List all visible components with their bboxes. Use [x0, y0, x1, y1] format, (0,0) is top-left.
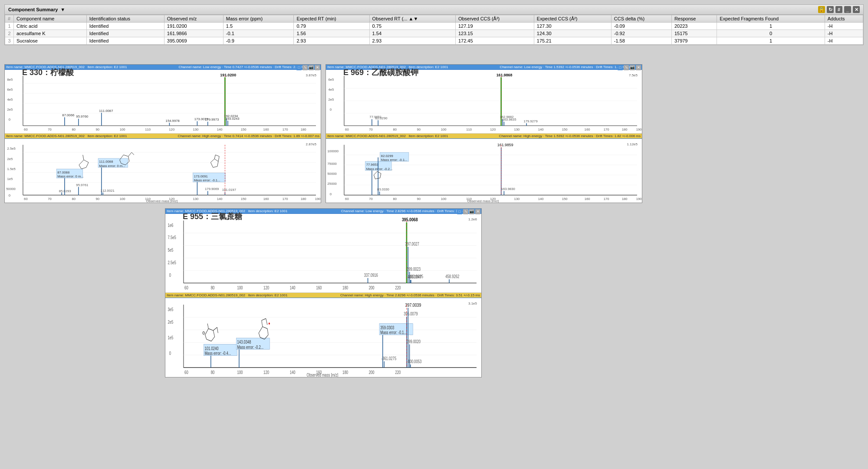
svg-text:1.5e5: 1.5e5: [7, 167, 16, 171]
svg-text:190: 190: [636, 197, 642, 201]
col-expected-rt[interactable]: Expected RT (min): [294, 15, 369, 23]
minimize-icon[interactable]: _: [844, 6, 851, 13]
svg-text:80: 80: [393, 197, 397, 201]
acesulfame-low-energy: Item name: MMCC.FOOD.ADDS-N01.280519_002…: [326, 65, 642, 134]
svg-line-259: [213, 331, 214, 337]
col-status[interactable]: Identification status: [86, 15, 164, 23]
svg-text:Mass error: -0.1...: Mass error: -0.1...: [194, 178, 220, 182]
col-mass-error[interactable]: Mass error (ppm): [223, 15, 294, 23]
close-icon[interactable]: ✕: [853, 6, 860, 13]
svg-text:70: 70: [369, 128, 373, 131]
acesulfame-high-energy: Item name: MMCC.FOOD.ADDS-N01.280519_002…: [326, 134, 642, 203]
svg-text:160: 160: [585, 128, 590, 131]
icon3[interactable]: 📷: [469, 209, 474, 214]
dropdown-arrow[interactable]: ▼: [60, 7, 65, 12]
svg-text:359.0303: 359.0303: [380, 325, 394, 330]
col-observed-rt[interactable]: Observed RT (... ▲▼: [369, 15, 455, 23]
icon4[interactable]: ✕: [315, 65, 320, 70]
row-adducts: -H: [825, 37, 863, 45]
svg-text:140: 140: [290, 285, 296, 290]
icon3[interactable]: 📷: [630, 65, 635, 70]
svg-text:180: 180: [342, 370, 348, 375]
row-ccs-delta: -0.09: [611, 23, 671, 30]
svg-text:50000: 50000: [6, 187, 16, 191]
citric-high-chart: 2.5e5 2e5 1.5e5 1e5 50000 0 60 70 80 90 …: [5, 142, 321, 203]
sucralose-low-chart: 1e6 7.5e5 5e5 2.5e5 0 60 80 100 120 140 …: [165, 217, 481, 292]
component-summary-header: Component Summary ▼ 🔒 ↻ # _ ✕: [5, 5, 863, 15]
icon1[interactable]: □: [296, 65, 302, 70]
col-fragments[interactable]: Expected Fragments Found: [717, 15, 825, 23]
settings-icon[interactable]: #: [835, 6, 842, 13]
icon2[interactable]: ⤡: [624, 65, 629, 70]
svg-text:60: 60: [24, 197, 28, 201]
icon3[interactable]: 📷: [309, 65, 314, 70]
svg-text:8e5: 8e5: [7, 78, 13, 82]
svg-text:100: 100: [120, 128, 125, 131]
icon4[interactable]: ✕: [475, 209, 480, 214]
svg-line-257: [205, 328, 209, 335]
icon1[interactable]: □: [618, 65, 623, 70]
icon2[interactable]: ⤡: [302, 65, 308, 70]
svg-text:-361.0275: -361.0275: [381, 356, 396, 361]
svg-text:200: 200: [369, 285, 375, 290]
row-mass-error: -0.1: [223, 30, 294, 37]
row-mz: 395.0069: [164, 37, 223, 45]
col-expected-ccs[interactable]: Expected CCS (Å²): [534, 15, 611, 23]
panel-title: Component Summary: [8, 7, 58, 12]
svg-line-95: [128, 152, 132, 156]
row-status: Identified: [86, 30, 164, 37]
row-adducts: -H: [825, 23, 863, 30]
col-response[interactable]: Response: [671, 15, 717, 23]
row-num: 1: [5, 23, 14, 30]
citric-low-energy: Item name: MMCC.FOOD.ADDS-N01.280519_002…: [5, 65, 321, 134]
svg-text:397.0039: 397.0039: [405, 302, 421, 307]
svg-text:193.0243: 193.0243: [225, 117, 240, 121]
svg-line-91: [128, 156, 129, 161]
svg-line-76: [84, 160, 89, 163]
col-observed-ccs[interactable]: Observed CCS (Å²): [455, 15, 534, 23]
icon4[interactable]: ✕: [636, 65, 641, 70]
row-expected-ccs: 124.30: [534, 30, 611, 37]
table-row[interactable]: 3 Sucralose Identified 395.0069 -0.9 2.9…: [5, 37, 863, 45]
col-adducts[interactable]: Adducts: [825, 15, 863, 23]
col-ccs-delta[interactable]: CCS delta (%): [611, 15, 671, 23]
col-mz[interactable]: Observed m/z: [164, 15, 223, 23]
svg-text:80: 80: [211, 285, 215, 290]
refresh-icon[interactable]: ↻: [827, 6, 834, 13]
svg-text:160: 160: [585, 197, 590, 201]
row-observed-ccs: 127.19: [455, 23, 534, 30]
svg-text:399.0020: 399.0020: [407, 339, 421, 344]
svg-text:100: 100: [237, 285, 243, 290]
svg-text:180: 180: [622, 197, 628, 201]
svg-text:150: 150: [241, 197, 247, 201]
icon2[interactable]: ⤡: [463, 209, 468, 214]
row-status: Identified: [86, 37, 164, 45]
row-adducts: -H: [825, 30, 863, 37]
svg-line-262: [205, 335, 207, 339]
col-name[interactable]: Component name: [14, 15, 87, 23]
row-observed-rt: 0.75: [369, 23, 455, 30]
svg-text:200: 200: [369, 370, 375, 375]
svg-text:80: 80: [211, 370, 215, 375]
table-row[interactable]: 1 Citric acid Identified 191.0200 1.5 0.…: [5, 23, 863, 30]
row-expected-rt: 2.93: [294, 37, 369, 45]
row-name: acesulfame K: [14, 30, 87, 37]
svg-text:120: 120: [490, 128, 496, 131]
svg-line-109: [215, 155, 219, 156]
svg-text:60: 60: [24, 128, 28, 131]
icon1[interactable]: □: [457, 209, 462, 214]
svg-text:Mass error: -0.1...: Mass error: -0.1...: [381, 158, 408, 162]
svg-text:70: 70: [369, 197, 373, 201]
svg-text:50000: 50000: [327, 172, 337, 176]
svg-text:85.0293: 85.0293: [59, 189, 71, 193]
sucralose-label: E 955：三氯蔗糖: [183, 211, 242, 222]
svg-line-261: [207, 339, 211, 341]
row-fragments: 0: [717, 30, 825, 37]
svg-text:180: 180: [622, 128, 628, 131]
svg-text:100: 100: [120, 197, 125, 201]
citric-low-icons: □ ⤡ 📷 ✕: [296, 65, 320, 70]
svg-text:190: 190: [636, 128, 642, 131]
svg-line-277: [262, 321, 263, 327]
table-row[interactable]: 2 acesulfame K Identified 161.9866 -0.1 …: [5, 30, 863, 37]
row-fragments: 1: [717, 23, 825, 30]
